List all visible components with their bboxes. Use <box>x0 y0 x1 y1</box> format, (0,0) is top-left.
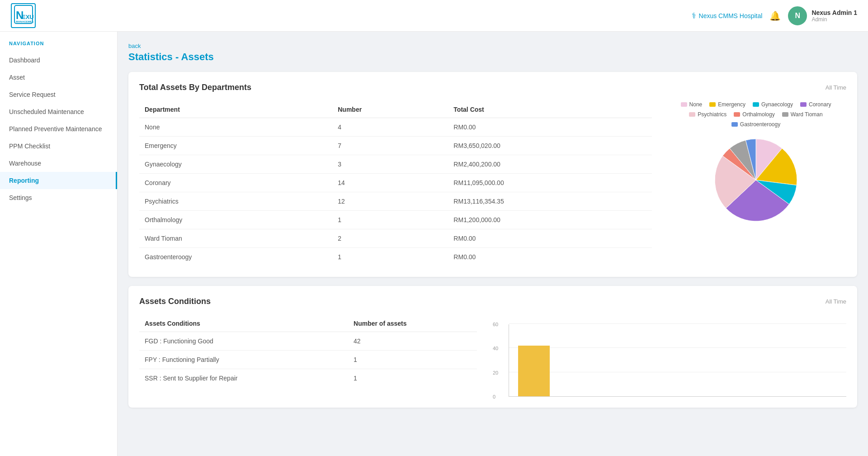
sidebar-item-asset[interactable]: Asset <box>0 69 117 86</box>
cell-number: 1 <box>332 211 448 229</box>
total-assets-table-section: Department Number Total Cost None 4 RM0.… <box>139 101 652 266</box>
sidebar-item-planned-preventive-maintenance[interactable]: Planned Preventive Maintenance <box>0 120 117 138</box>
sidebar-item-reporting[interactable]: Reporting <box>0 172 117 189</box>
table-row: Coronary 14 RM11,095,000.00 <box>139 174 652 192</box>
bar-chart-container: Assets Conditions Number of assets FGD :… <box>139 315 846 397</box>
cell-number: 3 <box>332 155 448 174</box>
legend-item: Emergency <box>709 101 745 108</box>
header-right: ⚕ Nexus CMMS Hospital 🔔 N Nexus Admin 1 … <box>692 6 857 25</box>
user-role: Admin <box>811 16 857 23</box>
grid-line <box>509 347 846 348</box>
sidebar-item-unscheduled-maintenance[interactable]: Unscheduled Maintenance <box>0 103 117 120</box>
logo-box: N EXUS MANAGEMENT <box>11 3 36 28</box>
table-row: Emergency 7 RM3,650,020.00 <box>139 137 652 155</box>
cell-cost: RM0.00 <box>448 118 652 137</box>
cell-department: Coronary <box>139 174 332 192</box>
total-assets-card: Total Assets By Departments All Time Dep… <box>128 72 857 277</box>
total-assets-chart-container: Department Number Total Cost None 4 RM0.… <box>139 101 846 266</box>
cell-number: 14 <box>332 174 448 192</box>
assets-conditions-card: Assets Conditions All Time Assets Condit… <box>128 286 857 408</box>
table-row: Psychiatrics 12 RM13,116,354.35 <box>139 192 652 211</box>
y-axis-tick: 60 <box>493 322 498 327</box>
cell-department: Gynaecology <box>139 155 332 174</box>
pie-chart <box>711 135 801 225</box>
hospital-name-text: Nexus CMMS Hospital <box>699 12 763 19</box>
user-details: Nexus Admin 1 Admin <box>811 9 857 23</box>
page-title: Statistics - Assets <box>128 51 857 63</box>
avatar: N <box>788 6 807 25</box>
header: N EXUS MANAGEMENT ⚕ Nexus CMMS Hospital … <box>0 0 868 32</box>
assets-conditions-card-badge: All Time <box>826 298 846 305</box>
total-assets-table: Department Number Total Cost None 4 RM0.… <box>139 101 652 266</box>
table-row: FPY : Functioning Partially 1 <box>139 351 477 369</box>
table-row: Gynaecology 3 RM2,400,200.00 <box>139 155 652 174</box>
cell-department: None <box>139 118 332 137</box>
cell-department: Ward Tioman <box>139 229 332 248</box>
cell-cost: RM2,400,200.00 <box>448 155 652 174</box>
sidebar: NAVIGATION Dashboard Asset Service Reque… <box>0 32 118 456</box>
legend-item: Orthalmology <box>734 111 774 118</box>
y-axis-tick: 0 <box>493 394 495 399</box>
cell-condition: SSR : Sent to Supplier for Repair <box>139 369 348 388</box>
y-axis-tick: 20 <box>493 370 498 375</box>
cell-department: Gastroenteroogy <box>139 248 332 266</box>
sidebar-item-settings[interactable]: Settings <box>0 189 117 206</box>
logo: N EXUS MANAGEMENT <box>11 3 36 28</box>
hospital-name[interactable]: ⚕ Nexus CMMS Hospital <box>692 11 763 21</box>
col-count: Number of assets <box>348 315 477 332</box>
legend-item: Gynaecology <box>753 101 793 108</box>
cell-number: 7 <box>332 137 448 155</box>
table-row: Gastroenteroogy 1 RM0.00 <box>139 248 652 266</box>
avatar-initials: N <box>795 12 801 20</box>
total-assets-card-title: Total Assets By Departments <box>139 83 251 92</box>
conditions-table-section: Assets Conditions Number of assets FGD :… <box>139 315 477 387</box>
pie-section: NoneEmergencyGynaecologyCoronaryPsychiat… <box>665 101 846 225</box>
cell-cost: RM1,200,000.00 <box>448 211 652 229</box>
cell-condition: FGD : Functioning Good <box>139 332 348 351</box>
cell-number: 1 <box>332 248 448 266</box>
conditions-table: Assets Conditions Number of assets FGD :… <box>139 315 477 387</box>
hospital-icon: ⚕ <box>692 11 696 21</box>
col-total-cost: Total Cost <box>448 101 652 118</box>
assets-conditions-card-header: Assets Conditions All Time <box>139 297 846 306</box>
main-content: back Statistics - Assets Total Assets By… <box>118 32 868 456</box>
cell-count: 1 <box>348 351 477 369</box>
cell-cost: RM11,095,000.00 <box>448 174 652 192</box>
notification-bell-icon[interactable]: 🔔 <box>769 10 781 21</box>
grid-line <box>509 323 846 324</box>
y-axis-tick: 40 <box>493 346 498 351</box>
table-row: Ward Tioman 2 RM0.00 <box>139 229 652 248</box>
cell-cost: RM0.00 <box>448 229 652 248</box>
back-link[interactable]: back <box>128 43 857 49</box>
cell-cost: RM0.00 <box>448 248 652 266</box>
sidebar-item-warehouse[interactable]: Warehouse <box>0 155 117 172</box>
cell-department: Orthalmology <box>139 211 332 229</box>
svg-text:MANAGEMENT: MANAGEMENT <box>16 20 33 23</box>
legend-item: Coronary <box>800 101 831 108</box>
nav-label: NAVIGATION <box>0 41 117 52</box>
cell-count: 1 <box>348 369 477 388</box>
legend-item: Psychiatrics <box>689 111 726 118</box>
layout: NAVIGATION Dashboard Asset Service Reque… <box>0 32 868 456</box>
cell-cost: RM13,116,354.35 <box>448 192 652 211</box>
sidebar-item-dashboard[interactable]: Dashboard <box>0 52 117 69</box>
sidebar-item-service-request[interactable]: Service Request <box>0 86 117 103</box>
sidebar-item-ppm-checklist[interactable]: PPM Checklist <box>0 138 117 155</box>
legend-item: Ward Tioman <box>782 111 823 118</box>
bar-chart-section: 6040200 <box>491 315 846 397</box>
cell-department: Psychiatrics <box>139 192 332 211</box>
cell-number: 12 <box>332 192 448 211</box>
col-department: Department <box>139 101 332 118</box>
total-assets-card-header: Total Assets By Departments All Time <box>139 83 846 92</box>
cell-condition: FPY : Functioning Partially <box>139 351 348 369</box>
total-assets-card-badge: All Time <box>826 84 846 91</box>
table-row: SSR : Sent to Supplier for Repair 1 <box>139 369 477 388</box>
assets-conditions-card-title: Assets Conditions <box>139 297 211 306</box>
pie-legend: NoneEmergencyGynaecologyCoronaryPsychiat… <box>665 101 846 128</box>
user-name: Nexus Admin 1 <box>811 9 857 16</box>
bar-fgd <box>518 346 550 396</box>
svg-text:EXUS: EXUS <box>22 14 33 20</box>
table-row: None 4 RM0.00 <box>139 118 652 137</box>
cell-number: 2 <box>332 229 448 248</box>
col-number: Number <box>332 101 448 118</box>
